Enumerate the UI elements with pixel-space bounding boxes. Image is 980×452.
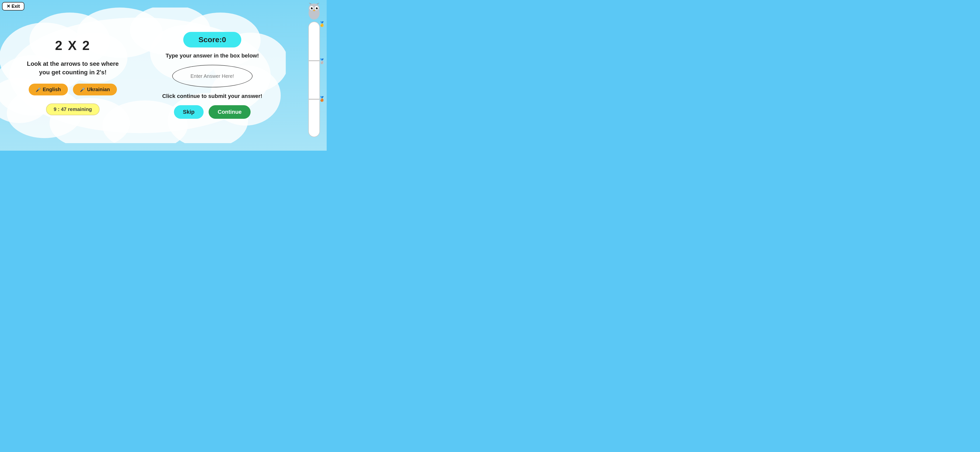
language-buttons: English Ukrainian: [29, 84, 117, 95]
mic-icon-english: [36, 87, 41, 92]
medal-silver: 🥈: [319, 58, 325, 64]
progress-bar-area: 🥇 🥈 🥉: [304, 21, 324, 137]
owl-head: [305, 3, 323, 20]
timer-label: 9 : 47 remaining: [54, 106, 92, 112]
ukrainian-button[interactable]: Ukrainian: [73, 84, 117, 95]
score-label: Score:0: [199, 35, 226, 44]
answer-input-wrap: [172, 65, 253, 87]
answer-input[interactable]: [180, 73, 244, 79]
english-label: English: [43, 87, 61, 92]
cloud-content: 2 X 2 Look at the arrows to see where yo…: [0, 8, 286, 143]
cloud-area: 2 X 2 Look at the arrows to see where yo…: [0, 8, 286, 143]
skip-label: Skip: [183, 109, 194, 115]
svg-point-25: [317, 8, 318, 8]
svg-point-23: [316, 7, 318, 9]
medal-bronze: 🥉: [319, 96, 325, 102]
left-panel: 2 X 2 Look at the arrows to see where yo…: [0, 8, 144, 143]
english-button[interactable]: English: [29, 84, 68, 95]
medal-gold: 🥇: [319, 21, 325, 27]
score-badge: Score:0: [183, 32, 241, 48]
svg-point-24: [312, 8, 313, 8]
owl-progress: 🥇 🥈 🥉: [304, 3, 324, 148]
instruction-text: Look at the arrows to see where you get …: [25, 60, 121, 76]
skip-button[interactable]: Skip: [174, 105, 204, 119]
answer-instruction: Type your answer in the box below!: [165, 52, 259, 60]
progress-bar: [308, 22, 320, 137]
progress-divider-1: [309, 60, 320, 61]
action-buttons: Skip Continue: [174, 105, 251, 119]
mic-icon-ukrainian: [80, 87, 85, 92]
submit-instruction: Click continue to submit your answer!: [162, 92, 262, 100]
continue-label: Continue: [218, 109, 242, 115]
continue-button[interactable]: Continue: [208, 105, 251, 119]
timer-badge: 9 : 47 remaining: [46, 103, 100, 115]
math-question: 2 X 2: [55, 38, 91, 53]
exit-button[interactable]: ✕ Exit: [2, 2, 24, 11]
exit-label: ✕ Exit: [6, 3, 20, 9]
ukrainian-label: Ukrainian: [87, 87, 110, 92]
svg-point-22: [311, 7, 313, 9]
progress-divider-2: [309, 99, 320, 100]
right-panel: Score:0 Type your answer in the box belo…: [144, 8, 286, 143]
